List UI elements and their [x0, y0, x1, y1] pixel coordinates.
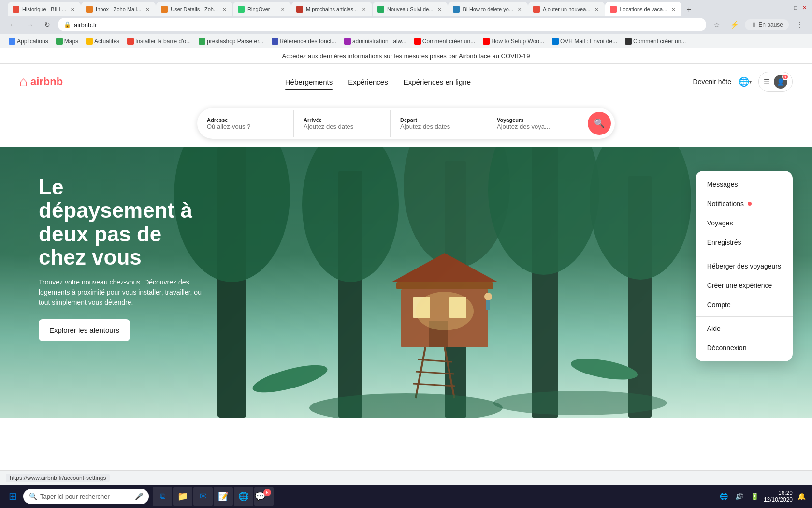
tab-close-button[interactable]: ✕ [670, 6, 677, 13]
tray-volume-icon[interactable]: 🔊 [733, 490, 746, 503]
window-controls: ─ □ ✕ [783, 4, 808, 12]
extensions-button[interactable]: ⚡ [727, 18, 741, 31]
nav-link-experiences-en-ligne[interactable]: Expériences en ligne [404, 76, 471, 88]
search-button[interactable]: 🔍 [588, 112, 611, 135]
dropdown-item-3[interactable]: Enregistrés [696, 233, 793, 252]
browser-tab-tab7[interactable]: BI How to delete yo... ✕ [448, 2, 528, 16]
tray-clock[interactable]: 16:29 12/10/2020 [764, 490, 793, 504]
bookmark-item-7[interactable]: Comment créer un... [411, 37, 478, 45]
tab-close-button[interactable]: ✕ [361, 6, 367, 13]
bookmark-label: Applications [17, 38, 48, 45]
bookmark-item-6[interactable]: administration | alw... [341, 37, 409, 45]
browser-tab-tab3[interactable]: User Details - Zoh... ✕ [156, 2, 232, 16]
bookmark-item-2[interactable]: Actualités [83, 37, 122, 45]
forward-button[interactable]: → [23, 18, 37, 31]
browser-tab-tab9[interactable]: Locations de vaca... ✕ [605, 2, 682, 16]
tray-battery-icon[interactable]: 🔋 [748, 490, 762, 503]
language-button[interactable]: 🌐 ▾ [737, 74, 753, 90]
bookmark-item-1[interactable]: Maps [53, 37, 81, 45]
airbnb-logo[interactable]: ⌂ airbnb [19, 74, 63, 90]
taskbar-app-notes[interactable]: 📝 [214, 487, 233, 506]
bookmark-favicon [272, 38, 278, 45]
tab-close-button[interactable]: ✕ [144, 6, 151, 13]
taskbar-app-5[interactable]: 💬 5 [254, 487, 274, 506]
bookmark-item-5[interactable]: Référence des fonct... [269, 37, 339, 45]
tab-close-button[interactable]: ✕ [516, 6, 523, 13]
address-bar: ← → ↻ 🔒 airbnb.fr ☆ ⚡ ⏸ En pause ⋮ [0, 15, 812, 34]
bookmark-button[interactable]: ☆ [710, 18, 724, 31]
tab-favicon [238, 6, 245, 13]
title-bar: Historique - BILL... ✕ Inbox - Zoho Mail… [0, 0, 812, 15]
dropdown-item-label: Héberger des voyageurs [707, 262, 781, 270]
tray-date-display: 12/10/2020 [764, 496, 793, 503]
taskbar-app-chrome[interactable]: 🌐 [234, 487, 253, 506]
browser-tab-tab1[interactable]: Historique - BILL... ✕ [8, 2, 81, 16]
dropdown-item-6[interactable]: Compte [696, 295, 793, 314]
taskbar-app-explorer[interactable]: 📁 [173, 487, 192, 506]
browser-tab-tab6[interactable]: Nouveau Suivi de... ✕ [373, 2, 448, 16]
maximize-button[interactable]: □ [792, 4, 799, 12]
bookmark-label: Référence des fonct... [280, 38, 336, 45]
nav-links: Hébergements Expériences Expériences en … [285, 76, 471, 88]
tray-network-icon[interactable]: 🌐 [717, 490, 731, 503]
devenir-hote-link[interactable]: Devenir hôte [693, 78, 731, 86]
dropdown-item-8[interactable]: Déconnexion [696, 338, 793, 358]
tray-notifications-icon[interactable]: 🔔 [795, 490, 808, 503]
bookmark-item-0[interactable]: Applications [6, 37, 51, 45]
bookmark-item-3[interactable]: Installer la barre d'o... [124, 37, 194, 45]
dropdown-item-0[interactable]: Messages [696, 175, 793, 194]
nav-link-hebergements[interactable]: Hébergements [285, 76, 333, 88]
browser-tab-tab2[interactable]: Inbox - Zoho Mail... ✕ [81, 2, 156, 16]
airbnb-logo-text: airbnb [30, 75, 63, 88]
new-tab-button[interactable]: + [682, 3, 696, 16]
dropdown-item-7[interactable]: Aide [696, 319, 793, 338]
tab-close-button[interactable]: ✕ [279, 6, 286, 13]
taskbar-notification-count: 5 [263, 489, 271, 496]
pause-button[interactable]: ⏸ En pause [745, 19, 789, 30]
reload-button[interactable]: ↻ [41, 18, 54, 31]
bookmark-item-10[interactable]: Comment créer un... [622, 37, 689, 45]
explore-button[interactable]: Explorer les alentours [39, 319, 130, 341]
taskbar-app-taskview[interactable]: ⧉ [153, 487, 172, 506]
covid-banner[interactable]: Accédez aux dernières informations sur l… [0, 48, 812, 64]
dropdown-item-4[interactable]: Héberger des voyageurs [696, 256, 793, 276]
user-menu-button[interactable]: ☰ 👤 1 [758, 72, 793, 92]
nav-link-experiences[interactable]: Expériences [348, 76, 388, 88]
tab-close-button[interactable]: ✕ [593, 6, 600, 13]
dropdown-divider [696, 254, 793, 254]
travelers-placeholder: Ajoutez des voya... [497, 123, 574, 130]
tab-close-button[interactable]: ✕ [69, 6, 76, 13]
browser-tab-tab8[interactable]: Ajouter un nouvea... ✕ [528, 2, 605, 16]
tab-favicon [377, 6, 384, 13]
bookmark-item-8[interactable]: How to Setup Woo... [480, 37, 547, 45]
dropdown-item-2[interactable]: Voyages [696, 213, 793, 233]
browser-tab-tab4[interactable]: RingOver ✕ [233, 2, 291, 16]
bookmark-favicon [483, 38, 490, 45]
taskbar-app-mail[interactable]: ✉ [193, 487, 213, 506]
dropdown-item-1[interactable]: Notifications [696, 194, 793, 213]
search-arrival-field[interactable]: Arrivée Ajoutez des dates [294, 110, 391, 137]
search-departure-field[interactable]: Départ Ajoutez des dates [391, 110, 487, 137]
notification-dot [748, 202, 752, 206]
taskbar-search[interactable]: 🔍 Taper ici pour rechercher 🎤 [23, 489, 149, 504]
tab-favicon [533, 6, 540, 13]
bookmark-item-4[interactable]: prestashop Parse er... [196, 37, 266, 45]
search-travelers-field[interactable]: Voyageurs Ajoutez des voya... [487, 110, 584, 137]
dropdown-item-5[interactable]: Créer une expérience [696, 276, 793, 295]
search-address-field[interactable]: Adresse Où allez-vous ? [197, 110, 294, 137]
tab-close-button[interactable]: ✕ [436, 6, 443, 13]
bookmark-item-9[interactable]: OVH Mail : Envoi de... [549, 37, 620, 45]
close-button[interactable]: ✕ [800, 4, 808, 12]
browser-tab-tab5[interactable]: M prochains articles... ✕ [291, 2, 372, 16]
airbnb-logo-icon: ⌂ [19, 74, 28, 90]
start-button[interactable]: ⊞ [4, 488, 21, 505]
tab-favicon [13, 6, 19, 13]
back-button[interactable]: ← [6, 18, 19, 31]
minimize-button[interactable]: ─ [783, 4, 791, 12]
menu-button[interactable]: ⋮ [793, 18, 806, 31]
mail-icon: ✉ [200, 491, 207, 502]
tab-close-button[interactable]: ✕ [221, 6, 228, 13]
taskview-icon: ⧉ [160, 492, 165, 501]
url-bar[interactable]: 🔒 airbnb.fr [58, 18, 706, 31]
hero-text-block: Le dépaysement à deux pas de chez vous T… [39, 176, 203, 341]
